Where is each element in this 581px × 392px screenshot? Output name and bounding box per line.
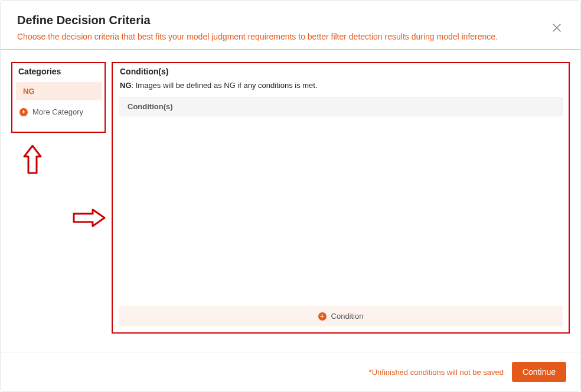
close-icon (552, 23, 562, 32)
conditions-description: NG: Images will be defined as NG if any … (119, 81, 563, 90)
conditions-table-header: Condition(s) (119, 97, 563, 116)
conditions-desc-rest: : Images will be defined as NG if any co… (132, 81, 318, 90)
continue-button[interactable]: Continue (512, 362, 566, 382)
add-condition-label: Condition (331, 312, 364, 321)
add-condition-button[interactable]: + Condition (119, 306, 563, 326)
categories-panel: Categories NG + More Category (11, 62, 106, 133)
annotation-arrow-up-icon (21, 145, 44, 175)
categories-title: Categories (16, 67, 102, 76)
conditions-desc-bold: NG (120, 81, 132, 90)
annotation-arrow-right-icon (71, 206, 106, 230)
modal-header: Define Decision Criteria Choose the deci… (1, 1, 580, 50)
plus-icon: + (19, 108, 28, 116)
more-category-button[interactable]: + More Category (16, 105, 102, 119)
conditions-table-body (119, 116, 563, 306)
decision-criteria-modal: Define Decision Criteria Choose the deci… (0, 0, 581, 392)
plus-icon: + (318, 312, 327, 321)
footer-note: *Unfinished conditions will not be saved (369, 368, 504, 377)
conditions-title: Condition(s) (119, 67, 563, 76)
modal-body: Categories NG + More Category Condition(… (1, 50, 580, 352)
modal-subtitle: Choose the decision criteria that best f… (17, 31, 564, 43)
conditions-panel: Condition(s) NG: Images will be defined … (112, 62, 570, 334)
more-category-label: More Category (32, 107, 83, 116)
modal-title: Define Decision Criteria (17, 14, 564, 27)
modal-footer: *Unfinished conditions will not be saved… (1, 352, 580, 391)
close-button[interactable] (550, 21, 564, 35)
category-item-ng[interactable]: NG (16, 82, 102, 100)
